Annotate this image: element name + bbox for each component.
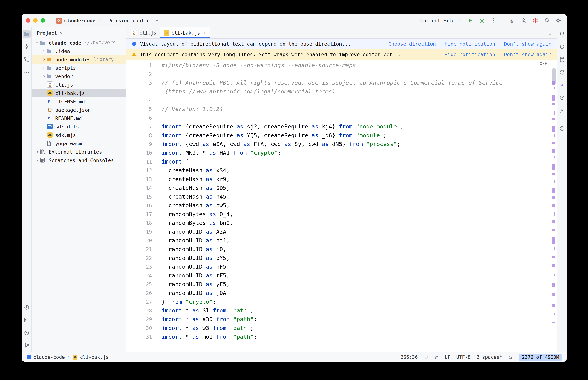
zoom-button[interactable] <box>41 18 45 23</box>
line-number[interactable]: 29 <box>126 315 162 324</box>
code-line[interactable]: 29import * as a30 from "path"; <box>126 315 557 324</box>
code-line[interactable]: (https://www.anthropic.com/legal/commerc… <box>126 87 557 96</box>
line-number[interactable]: 22 <box>126 254 162 263</box>
code-line[interactable]: 12 createHash as xS4, <box>126 166 557 175</box>
line-number[interactable]: 11 <box>126 157 162 166</box>
tree-item-cli.js[interactable]: 10JScli.js <box>32 80 126 89</box>
code-line[interactable]: 24 randomUUID as rF5, <box>126 271 557 280</box>
hide-notification-link[interactable]: Hide notification <box>445 41 495 47</box>
code-line[interactable]: 3// (c) Anthropic PBC. All rights reserv… <box>126 78 557 87</box>
code-line[interactable]: 20 randomUUID as ht1, <box>126 236 557 245</box>
commit-tool-button[interactable] <box>22 43 31 51</box>
tree-item-readme.md[interactable]: M↓README.md <box>32 114 126 122</box>
code-line[interactable]: 8import {createRequire as YQ5, createReq… <box>126 131 557 140</box>
code-editor[interactable]: 1#!/usr/bin/env -S node --no-warnings --… <box>126 60 557 352</box>
more-actions-button[interactable] <box>489 16 498 25</box>
tree-item-license.md[interactable]: M↓LICENSE.md <box>32 97 126 106</box>
tree-item-cli-bak.js[interactable]: JScli-bak.js <box>32 89 126 97</box>
at-icon[interactable]: @ <box>507 16 516 25</box>
tab-cli.js[interactable]: 10JScli.js <box>127 27 160 38</box>
tree-item-scripts[interactable]: ›scripts <box>32 63 126 72</box>
breadcrumb-file[interactable]: cli-bak.js <box>80 354 109 360</box>
tree-item-sdk.mjs[interactable]: JSsdk.mjs <box>32 131 126 139</box>
history-tool-button[interactable] <box>22 303 31 311</box>
database-icon[interactable] <box>558 56 566 63</box>
line-number[interactable]: 21 <box>126 245 162 254</box>
line-number[interactable]: 25 <box>126 280 162 289</box>
sync-icon[interactable] <box>558 43 566 51</box>
lock-icon[interactable] <box>508 355 513 359</box>
structure-tool-button[interactable] <box>22 56 31 63</box>
code-line[interactable]: 26 randomUUID as j0A <box>126 289 557 298</box>
code-line[interactable]: 17 randomBytes as O_4, <box>126 210 557 219</box>
asterisk-icon[interactable] <box>531 16 540 25</box>
line-number[interactable]: 1 <box>126 61 162 70</box>
dont-show-again-link[interactable]: Don't show again <box>504 52 551 57</box>
code-line[interactable]: 4 <box>126 96 557 105</box>
tree-item-scratches-and-consoles[interactable]: ›Scratches and Consoles <box>32 156 126 164</box>
tree-item-yoga.wasm[interactable]: yoga.wasm <box>32 139 126 148</box>
notifications-bell-icon[interactable] <box>558 30 566 38</box>
code-line[interactable]: 15 createHash as n45, <box>126 192 557 201</box>
line-number[interactable]: 17 <box>126 210 162 219</box>
code-line[interactable]: 21 randomUUID as j0, <box>126 245 557 254</box>
code-line[interactable]: 18 randomBytes as bn0, <box>126 219 557 228</box>
dependencies-icon[interactable] <box>558 68 566 76</box>
code-line[interactable]: 30import * as w3 from "path"; <box>126 324 557 333</box>
code-line[interactable]: 6 <box>126 114 557 122</box>
code-line[interactable]: 5// Version: 1.0.24 <box>126 105 557 114</box>
terminal-tool-button[interactable] <box>22 316 31 324</box>
maven-icon[interactable] <box>558 124 566 133</box>
project-selector[interactable]: CC claude-code <box>54 16 104 25</box>
debug-button[interactable] <box>478 16 487 25</box>
line-number[interactable]: 12 <box>126 166 162 175</box>
dont-show-again-link[interactable]: Don't show again <box>504 41 551 47</box>
coverage-icon[interactable] <box>558 94 566 102</box>
code-line[interactable]: 13 createHash as xr9, <box>126 175 557 184</box>
line-number[interactable]: 5 <box>126 105 162 114</box>
profiler-icon[interactable] <box>558 107 566 115</box>
code-line[interactable]: 19 randomUUID as A2A, <box>126 228 557 236</box>
line-number[interactable]: 24 <box>126 271 162 280</box>
code-line[interactable]: 11import { <box>126 157 557 166</box>
line-number[interactable] <box>126 87 162 96</box>
branch-icon[interactable] <box>22 342 31 350</box>
code-line[interactable]: 7import {createRequire as sj2, createReq… <box>126 122 557 131</box>
indentation[interactable]: 2 spaces* <box>477 354 502 360</box>
tree-item-node_modules[interactable]: ›node_moduleslibrary <box>32 55 126 63</box>
line-number[interactable]: 23 <box>126 263 162 271</box>
file-encoding[interactable]: UTF-8 <box>456 354 470 360</box>
line-number[interactable]: 16 <box>126 201 162 210</box>
tree-item-vendor[interactable]: ›vendor <box>32 72 126 80</box>
line-number[interactable]: 7 <box>126 122 162 131</box>
tree-item-claude-code[interactable]: ›claude-code~/.nvm/vers <box>32 38 126 47</box>
code-line[interactable]: 23 randomUUID as nF5, <box>126 263 557 271</box>
hide-notification-link[interactable]: Hide notification <box>445 52 495 57</box>
line-number[interactable]: 6 <box>126 114 162 122</box>
search-button[interactable] <box>543 16 551 25</box>
ai-assistant-icon[interactable] <box>558 81 566 89</box>
code-line[interactable]: 16 createHash as pw5, <box>126 201 557 210</box>
code-line[interactable]: 9import {cwd as e0A, cwd as FfA, cwd as … <box>126 140 557 149</box>
project-panel-header[interactable]: Project <box>32 27 126 38</box>
tree-item-external-libraries[interactable]: ›External Libraries <box>32 148 126 156</box>
problems-tool-button[interactable] <box>22 329 31 337</box>
line-number[interactable]: 28 <box>126 306 162 315</box>
choose-direction-link[interactable]: Choose direction <box>388 41 436 47</box>
line-number[interactable]: 14 <box>126 184 162 192</box>
line-number[interactable]: 31 <box>126 333 162 341</box>
line-number[interactable]: 30 <box>126 324 162 333</box>
tree-item-.idea[interactable]: ›.idea <box>32 47 126 55</box>
line-number[interactable]: 20 <box>126 236 162 245</box>
cursor-position[interactable]: 266:36 <box>401 354 418 360</box>
monitor-icon[interactable] <box>424 355 428 359</box>
code-line[interactable]: 10import MK9, * as HA1 from "crypto"; <box>126 149 557 157</box>
line-number[interactable]: 19 <box>126 228 162 236</box>
run-button[interactable] <box>466 16 475 25</box>
line-number[interactable]: 15 <box>126 192 162 201</box>
line-number[interactable]: 4 <box>126 96 162 105</box>
settings-button[interactable] <box>554 16 563 25</box>
tab-options-button[interactable] <box>546 28 554 37</box>
line-number[interactable]: 10 <box>126 149 162 157</box>
line-separator[interactable]: LF <box>445 354 450 360</box>
